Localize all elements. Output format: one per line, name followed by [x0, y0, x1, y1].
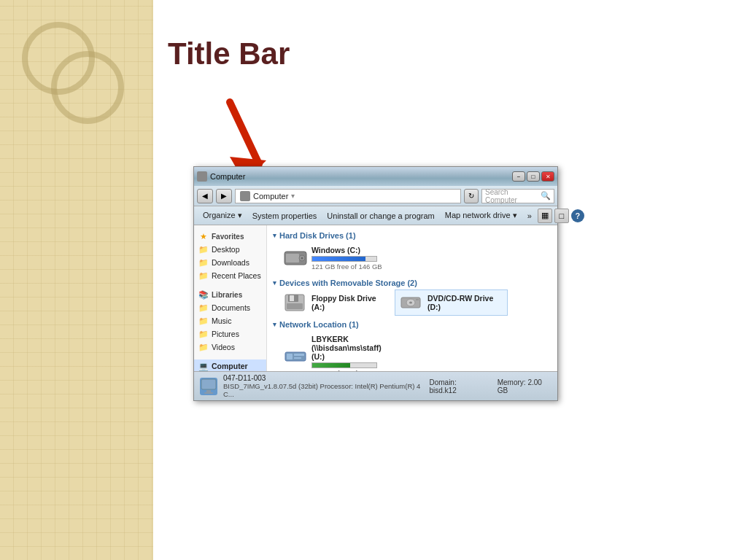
removable-items: Floppy Disk Drive (A:): [279, 289, 551, 316]
sidebar-item-favorites: ★ Favorites: [194, 230, 266, 243]
sidebar-favorites-section: ★ Favorites 📁 Desktop 📁 Downloads 📁 Rece…: [194, 230, 266, 282]
favorites-icon: ★: [198, 231, 209, 241]
floppy-icon: [284, 293, 307, 312]
view-icon-1[interactable]: ▦: [538, 209, 552, 223]
drive-windows-c-row: Windows (C:) 121 GB free of 146 GB: [284, 246, 387, 271]
svg-line-0: [230, 102, 259, 164]
sidebar-item-pictures[interactable]: 📁 Pictures: [194, 327, 266, 341]
drive-network-bar-bg: [311, 362, 377, 368]
decorative-circle-2: [51, 51, 124, 124]
window-titlebar: Computer − □ ✕: [194, 167, 557, 186]
toolbar-more[interactable]: »: [523, 210, 536, 222]
explorer-window: Computer − □ ✕ ◀ ▶ Computer ▾ ↻ Search C…: [193, 166, 558, 401]
downloads-icon: 📁: [198, 257, 209, 268]
network-section-title: Network Location (1): [279, 320, 359, 329]
music-label: Music: [212, 316, 231, 325]
status-bios-text: BISD_7IMG_v1.8.07.5d (32bit) Processor: …: [223, 382, 420, 398]
svg-rect-13: [416, 299, 419, 300]
drive-network-row: LBYKERK (\\bisdsan\ms\staff) (U:) 1.76 T…: [284, 335, 387, 371]
titlebar-buttons: − □ ✕: [512, 171, 554, 182]
network-collapse-arrow: ▾: [273, 321, 276, 328]
svg-rect-19: [206, 390, 211, 392]
toolbar-system-properties[interactable]: System properties: [248, 210, 322, 222]
pictures-icon: 📁: [198, 329, 209, 339]
status-specs: Domain: bisd.k12 Memory: 2.00 GB: [429, 378, 551, 394]
minimize-button[interactable]: −: [512, 171, 525, 182]
help-button[interactable]: ?: [571, 209, 584, 222]
sidebar-item-documents[interactable]: 📁 Documents: [194, 301, 266, 314]
maximize-button[interactable]: □: [527, 171, 540, 182]
search-box[interactable]: Search Computer 🔍: [481, 189, 554, 203]
search-icon: 🔍: [541, 191, 551, 201]
status-bios: BISD_7IMG_v1.8.07.5d (32bit) Processor: …: [223, 382, 423, 398]
favorites-label: Favorites: [212, 233, 244, 241]
address-input[interactable]: Computer ▾: [235, 189, 461, 203]
computer-icon: 💻: [198, 361, 209, 371]
desktop-label: Desktop: [212, 245, 240, 254]
drive-network-size: 1.76 TB free of 2.99 TB: [311, 369, 387, 371]
drive-windows-c-size: 121 GB free of 146 GB: [311, 262, 387, 271]
music-icon: 📁: [198, 316, 209, 326]
status-info: 047-D11-003 BISD_7IMG_v1.8.07.5d (32bit)…: [223, 374, 423, 398]
pictures-label: Pictures: [212, 330, 239, 338]
dvd-icon: [400, 293, 423, 312]
toolbar-map-network[interactable]: Map network drive ▾: [441, 209, 522, 222]
videos-label: Videos: [212, 343, 235, 351]
sidebar-item-desktop[interactable]: 📁 Desktop: [194, 243, 266, 256]
section-removable: ▾ Devices with Removable Storage (2): [273, 279, 551, 287]
svg-rect-8: [290, 295, 294, 301]
refresh-button[interactable]: ↻: [464, 189, 479, 203]
videos-icon: 📁: [198, 342, 209, 352]
status-computer-id: 047-D11-003: [223, 374, 423, 382]
drive-dvd-row: DVD/CD-RW Drive (D:): [400, 293, 503, 312]
drive-windows-c-bar-fill: [312, 257, 365, 261]
sidebar-item-music[interactable]: 📁 Music: [194, 314, 266, 327]
documents-label: Documents: [212, 303, 250, 312]
drive-floppy[interactable]: Floppy Disk Drive (A:): [279, 289, 392, 316]
window-icon: [197, 171, 207, 182]
libraries-icon: 📚: [198, 289, 209, 300]
sidebar-item-recent[interactable]: 📁 Recent Places: [194, 269, 266, 282]
forward-button[interactable]: ▶: [216, 189, 232, 203]
titlebar-left: Computer: [197, 171, 245, 182]
hdd-items: Windows (C:) 121 GB free of 146 GB: [279, 242, 551, 274]
slide-title: Title Bar: [168, 36, 290, 71]
svg-rect-20: [204, 392, 213, 394]
svg-rect-9: [287, 303, 303, 309]
window-title: Computer: [210, 172, 245, 181]
close-button[interactable]: ✕: [541, 171, 554, 182]
sidebar-item-computer[interactable]: 💻 Computer: [194, 359, 266, 371]
sidebar-item-videos[interactable]: 📁 Videos: [194, 341, 266, 354]
computer-label: Computer: [212, 362, 248, 370]
view-icon-2[interactable]: □: [554, 209, 569, 223]
svg-point-12: [409, 302, 412, 304]
toolbar-view-icons: ▦ □ ?: [538, 209, 584, 223]
drive-network-name: LBYKERK (\\bisdsan\ms\staff) (U:): [311, 335, 387, 361]
address-icon: [240, 191, 250, 201]
toolbar-organize[interactable]: Organize ▾: [198, 209, 247, 222]
toolbar-uninstall[interactable]: Uninstall or change a program: [322, 210, 438, 222]
search-placeholder: Search Computer: [485, 188, 541, 204]
drive-dvd[interactable]: DVD/CD-RW Drive (D:): [395, 289, 508, 316]
window-body: ★ Favorites 📁 Desktop 📁 Downloads 📁 Rece…: [194, 225, 557, 371]
drive-floppy-row: Floppy Disk Drive (A:): [284, 293, 387, 312]
toolbar: Organize ▾ System properties Uninstall o…: [194, 206, 557, 225]
section-network: ▾ Network Location (1): [273, 320, 551, 329]
drive-network[interactable]: LBYKERK (\\bisdsan\ms\staff) (U:) 1.76 T…: [279, 331, 392, 371]
back-button[interactable]: ◀: [197, 189, 213, 203]
removable-section-title: Devices with Removable Storage (2): [279, 279, 417, 287]
sidebar: ★ Favorites 📁 Desktop 📁 Downloads 📁 Rece…: [194, 225, 267, 371]
drive-floppy-info: Floppy Disk Drive (A:): [311, 294, 387, 311]
drive-windows-c[interactable]: Windows (C:) 121 GB free of 146 GB: [279, 242, 392, 274]
network-items: LBYKERK (\\bisdsan\ms\staff) (U:) 1.76 T…: [279, 331, 551, 371]
drive-network-info: LBYKERK (\\bisdsan\ms\staff) (U:) 1.76 T…: [311, 335, 387, 371]
sidebar-computer-section: 💻 Computer 💾 Windows (C:) 🌐 LBYKERK (\\b…: [194, 359, 266, 371]
sidebar-item-libraries: 📚 Libraries: [194, 288, 266, 301]
svg-rect-16: [294, 354, 304, 356]
svg-rect-17: [294, 357, 301, 359]
sidebar-item-downloads[interactable]: 📁 Downloads: [194, 256, 266, 269]
section-hdd: ▾ Hard Disk Drives (1): [273, 231, 551, 240]
downloads-label: Downloads: [212, 258, 249, 267]
status-memory: Memory: 2.00 GB: [498, 378, 551, 394]
address-arrow: ▾: [291, 192, 295, 200]
